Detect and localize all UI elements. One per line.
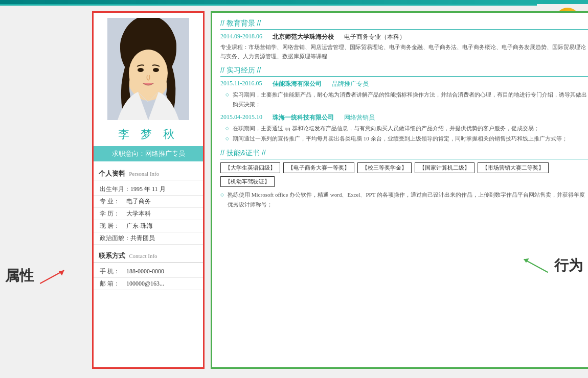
arrow-left-icon (38, 266, 69, 286)
personal-info-row: 政治面貌：共青团员 (94, 232, 203, 245)
personal-info-row: 出生年月：1995 年 11 月 (94, 183, 203, 196)
contact-value: 100000@163... (126, 280, 164, 288)
arrow-right-icon (519, 255, 550, 276)
svg-point-9 (129, 50, 168, 97)
personal-info-row: 现 居：广东-珠海 (94, 220, 203, 232)
right-annotation: 行为 (519, 255, 583, 276)
personal-info-rows: 出生年月：1995 年 11 月专 业：电子商务学 历：大学本科现 居：广东-珠… (94, 183, 203, 245)
courses-label: 专业课程： (220, 44, 248, 50)
internship-entry: 2015.11-2016.05 佳能珠海有限公司 品牌推广专员 实习期间，主要推… (220, 80, 588, 109)
profile-photo (107, 18, 189, 120)
contact-info-row: 邮 箱：100000@163... (94, 278, 203, 290)
skill-badge: 【电子商务大赛一等奖】 (283, 162, 354, 173)
skills-badges: 【大学生英语四级】【电子商务大赛一等奖】【校三等奖学金】【国家计算机二级】【市场… (220, 162, 588, 187)
work-company: 珠海一统科技有限公司 (273, 113, 334, 122)
contact-info-en: Contact Info (129, 253, 157, 259)
internship-title: // 实习经历 // (220, 66, 588, 77)
info-value: 广东-珠海 (126, 222, 153, 230)
right-panel: // 教育背景 // 2014.09-2018.06 北京师范大学珠海分校 电子… (211, 11, 588, 369)
skill-desc-list: 熟练使用 Microsoft office 办公软件，精通 word、Excel… (220, 190, 588, 209)
info-value: 大学本科 (126, 209, 151, 218)
internship-section: // 实习经历 // 2015.11-2016.05 佳能珠海有限公司 品牌推广… (220, 66, 588, 144)
info-label: 出生年月： (100, 185, 130, 194)
contact-info-rows: 手 机：188-0000-0000邮 箱：100000@163... (94, 266, 203, 290)
work-desc-list: 在职期间，主要通过 qq 群和论坛发布产品信息，与有意向购买人员做详细的产品介绍… (220, 124, 588, 144)
work-header: 2015.04-2015.10 珠海一统科技有限公司 网络营销员 (220, 113, 588, 122)
left-panel: 李 梦 秋 求职意向：网络推广专员 个人资料 Personal Info 出生年… (92, 11, 205, 369)
edu-school: 北京师范大学珠海分校 (273, 33, 334, 41)
work-desc-list: 实习期间，主要推广佳能新产品，耐心地为消费者讲解产品的性能指标和操作方法，并结合… (220, 90, 588, 109)
person-name: 李 梦 秋 (118, 127, 178, 142)
photo-background (107, 18, 189, 120)
education-entries: 2014.09-2018.06 北京师范大学珠海分校 电子商务专业（本科） 专业… (220, 33, 588, 61)
contact-info-cn: 联系方式 (99, 252, 125, 259)
edu-courses: 专业课程：市场营销学、网络营销、网店运营管理、国际贸易理论、电子商务金融、电子商… (220, 43, 588, 61)
contact-info-header: 联系方式 Contact Info (94, 250, 203, 263)
personal-info-row: 专 业：电子商务 (94, 196, 203, 208)
skills-content: 【大学生英语四级】【电子商务大赛一等奖】【校三等奖学金】【国家计算机二级】【市场… (220, 162, 588, 209)
work-date: 2015.11-2016.05 (220, 80, 262, 88)
skill-badge: 【大学生英语四级】 (220, 162, 280, 173)
info-value: 1995 年 11 月 (130, 185, 166, 194)
info-label: 学 历： (100, 209, 126, 218)
personal-info-cn: 个人资料 (99, 170, 125, 177)
info-label: 政治面貌： (100, 234, 130, 243)
info-value: 共青团员 (130, 234, 155, 243)
edu-date: 2014.09-2018.06 (220, 33, 262, 41)
info-value: 电子商务 (126, 197, 151, 206)
skills-title: // 技能&证书 // (220, 149, 588, 159)
work-desc-item: 在职期间，主要通过 qq 群和论坛发布产品信息，与有意向购买人员做详细的产品介绍… (225, 124, 588, 133)
internship-entries: 2015.11-2016.05 佳能珠海有限公司 品牌推广专员 实习期间，主要推… (220, 80, 588, 144)
work-desc-item: 期间通过一系列的宣传推广，平均每月卖出各类电脑 10 余台，业绩受到上级领导的肯… (225, 134, 588, 144)
contact-value: 188-0000-0000 (126, 268, 164, 275)
profile-photo-svg (107, 18, 189, 120)
work-date: 2015.04-2015.10 (220, 113, 262, 122)
skill-badge: 【市场营销大赛二等奖】 (478, 162, 549, 173)
personal-info-en: Personal Info (129, 171, 159, 177)
svg-line-2 (524, 259, 548, 273)
personal-info-row: 学 历：大学本科 (94, 208, 203, 220)
skill-badge: 【校三等奖学金】 (357, 162, 412, 173)
work-desc-item: 实习期间，主要推广佳能新产品，耐心地为消费者讲解产品的性能指标和操作方法，并结合… (225, 90, 588, 109)
info-label: 专 业： (100, 197, 126, 206)
edu-major: 电子商务专业（本科） (344, 33, 405, 41)
annotation-label-right: 行为 (554, 256, 583, 275)
info-label: 现 居： (100, 222, 126, 230)
skill-desc-item: 熟练使用 Microsoft office 办公软件，精通 word、Excel… (220, 190, 588, 209)
work-title: 网络营销员 (344, 113, 375, 122)
personal-info-header: 个人资料 Personal Info (94, 168, 203, 180)
education-section: // 教育背景 // 2014.09-2018.06 北京师范大学珠海分校 电子… (220, 19, 588, 61)
contact-info-row: 手 机：188-0000-0000 (94, 266, 203, 278)
left-annotation: 属性 (5, 266, 69, 286)
svg-point-10 (138, 68, 144, 72)
contact-label: 邮 箱： (100, 279, 126, 288)
job-intent-banner: 求职意向：网络推广专员 (94, 146, 203, 161)
edu-header: 2014.09-2018.06 北京师范大学珠海分校 电子商务专业（本科） (220, 33, 588, 41)
skills-section: // 技能&证书 // 【大学生英语四级】【电子商务大赛一等奖】【校三等奖学金】… (220, 149, 588, 209)
top-line (0, 4, 537, 6)
skill-badge: 【国家计算机二级】 (415, 162, 474, 173)
work-company: 佳能珠海有限公司 (273, 80, 322, 88)
internship-entry: 2015.04-2015.10 珠海一统科技有限公司 网络营销员 在职期间，主要… (220, 113, 588, 144)
contact-label: 手 机： (100, 267, 126, 276)
top-bar (0, 0, 588, 4)
contact-section: 联系方式 Contact Info 手 机：188-0000-0000邮 箱：1… (94, 250, 203, 290)
education-entry: 2014.09-2018.06 北京师范大学珠海分校 电子商务专业（本科） 专业… (220, 33, 588, 61)
work-title: 品牌推广专员 (332, 80, 369, 88)
annotation-label-left: 属性 (5, 266, 34, 286)
skill-badge: 【机动车驾驶证】 (220, 176, 275, 187)
education-title: // 教育背景 // (220, 19, 588, 30)
svg-point-11 (153, 68, 159, 72)
work-header: 2015.11-2016.05 佳能珠海有限公司 品牌推广专员 (220, 80, 588, 88)
job-intent-label: 求职意向：网络推广专员 (112, 150, 185, 157)
